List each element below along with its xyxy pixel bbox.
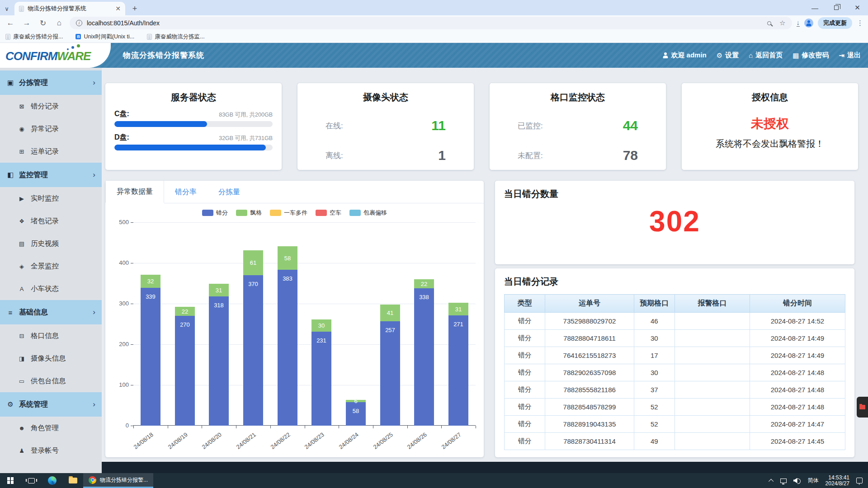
bar-segment-错分[interactable]: 270 (175, 316, 195, 426)
bar-segment-错分[interactable]: 318 (209, 296, 229, 426)
bar-segment-飘格[interactable]: 41 (380, 305, 400, 321)
browser-menu-icon[interactable]: ⋮ (857, 19, 863, 27)
legend-item-飘格[interactable]: 飘格 (236, 209, 262, 217)
bar-segment-飘格[interactable]: 22 (175, 307, 195, 316)
header-menu-logout[interactable]: ⇥退出 (839, 51, 861, 60)
bar-segment-错分[interactable]: 58 (346, 402, 366, 426)
bar-segment-飘格[interactable]: 61 (243, 250, 263, 275)
site-info-icon[interactable]: i (76, 20, 82, 26)
window-close-button[interactable]: ✕ (847, 0, 868, 15)
sidebar-group-系统管理[interactable]: ⚙系统管理› (0, 392, 102, 417)
tab-search-button[interactable]: ∨ (0, 2, 14, 15)
bar-segment-飘格[interactable]: 31 (209, 284, 229, 296)
reload-button[interactable]: ↻ (37, 19, 49, 28)
explorer-taskbar-button[interactable] (62, 473, 83, 488)
taskbar: 物流分拣错分报警... 简体 14:53:41 2024/8/27 (0, 473, 868, 488)
new-tab-button[interactable]: + (128, 2, 142, 15)
bookmark-star-icon[interactable]: ☆ (779, 19, 785, 27)
x-axis-label: 24/08/21 (235, 431, 257, 450)
clock[interactable]: 14:53:41 2024/8/27 (826, 475, 849, 487)
chart-tab-分拣量[interactable]: 分拣量 (208, 181, 251, 203)
sidebar-item-全景监控[interactable]: ◈全景监控 (0, 255, 102, 277)
play-circle-icon: ▶ (18, 195, 25, 202)
bar-segment-错分[interactable]: 257 (380, 321, 400, 426)
bar-segment-飘格[interactable]: 30 (311, 319, 331, 332)
bookmark-item[interactable]: 康奋威物流分拣监... (147, 33, 204, 41)
bar-segment-错分[interactable]: 339 (141, 288, 160, 426)
bar-segment-飘格[interactable]: 58 (278, 246, 297, 270)
bar-segment-飘格[interactable]: 22 (414, 279, 434, 288)
sidebar-item-供包台信息[interactable]: ▭供包台信息 (0, 370, 102, 392)
legend-item-空车[interactable]: 空车 (316, 209, 341, 217)
window-minimize-button[interactable]: — (804, 0, 826, 15)
sidebar-group-监控管理[interactable]: ◧监控管理› (0, 163, 102, 187)
y-axis-tick (131, 304, 133, 304)
table-row[interactable]: 错分78828730411314492024-08-27 14:45 (505, 433, 845, 450)
header-menu-keyboard[interactable]: ▦修改密码 (793, 51, 829, 60)
bar-segment-飘格[interactable]: 31 (448, 303, 468, 315)
bar-segment-错分[interactable]: 271 (448, 315, 468, 426)
downloads-icon[interactable]: ↓ (797, 20, 800, 27)
sidebar-item-错分记录[interactable]: ⊠错分记录 (0, 95, 102, 117)
window-restore-button[interactable] (826, 0, 847, 15)
legend-swatch (270, 210, 281, 216)
table-row[interactable]: 错分78828919043135522024-08-27 14:47 (505, 416, 845, 433)
volume-icon[interactable] (793, 478, 801, 483)
legend-item-一车多件[interactable]: 一车多件 (270, 209, 307, 217)
bookmark-item[interactable]: 康奋威分拣错分报... (5, 33, 63, 41)
header-menu-user[interactable]: 欢迎 admin (662, 51, 706, 60)
sidebar-item-堵包记录[interactable]: ❖堵包记录 (0, 210, 102, 232)
legend-item-错分[interactable]: 错分 (202, 209, 228, 217)
bar-segment-错分[interactable]: 383 (278, 270, 297, 426)
address-bar[interactable]: i localhost:8015/Auth/Index ☆ (70, 17, 792, 29)
sidebar-item-异常记录[interactable]: ◉异常记录 (0, 117, 102, 140)
sidebar-group-分拣管理[interactable]: ▣分拣管理› (0, 70, 102, 95)
language-indicator[interactable]: 简体 (808, 477, 819, 484)
table-row[interactable]: 错分78828804718611302024-08-27 14:49 (505, 330, 845, 347)
sidebar-item-label: 堵包记录 (31, 216, 59, 226)
table-row[interactable]: 错分78828548578299522024-08-27 14:48 (505, 399, 845, 416)
sidebar-item-历史视频[interactable]: ▤历史视频 (0, 232, 102, 255)
bar-segment-错分[interactable]: 231 (311, 332, 331, 426)
bar-segment-飘格[interactable]: 32 (141, 275, 160, 288)
sidebar-item-格口信息[interactable]: ⊟格口信息 (0, 324, 102, 347)
chrome-taskbar-button[interactable]: 物流分拣错分报警... (83, 473, 153, 488)
home-button[interactable]: ⌂ (53, 19, 65, 28)
home-icon: ⌂ (749, 52, 753, 59)
chart-tab-错分率[interactable]: 错分率 (164, 181, 208, 203)
back-button[interactable]: ← (5, 19, 16, 28)
sidebar-group-基础信息[interactable]: ≡基础信息› (0, 300, 102, 324)
bookmark-item[interactable]: Unix时间戳(Unix ti... (75, 33, 134, 41)
header-menu-home[interactable]: ⌂返回首页 (749, 51, 783, 60)
forward-button[interactable]: → (21, 19, 33, 28)
table-row[interactable]: 错分73529888029702462024-08-27 14:52 (505, 313, 845, 330)
red-folder-icon (859, 405, 865, 409)
legend-item-包裹偏移[interactable]: 包裹偏移 (349, 209, 387, 217)
profile-avatar[interactable] (804, 19, 813, 28)
table-row[interactable]: 错分78828555821186372024-08-27 14:48 (505, 381, 845, 399)
tray-expand-icon[interactable] (769, 479, 774, 483)
sidebar-item-登录帐号[interactable]: ♟登录帐号 (0, 439, 102, 462)
bar-segment-飘格[interactable]: 6 (346, 400, 366, 402)
tab-close-icon[interactable]: ✕ (115, 5, 121, 12)
sidebar-item-角色管理[interactable]: ☻角色管理 (0, 417, 102, 439)
table-row[interactable]: 错分78829026357098302024-08-27 14:48 (505, 364, 845, 381)
sidebar-item-运单记录[interactable]: ⊞运单记录 (0, 140, 102, 163)
floating-side-badge[interactable] (857, 397, 868, 418)
chart-tab-异常数据量[interactable]: 异常数据量 (105, 181, 164, 203)
zoom-icon[interactable] (767, 21, 771, 25)
table-row[interactable]: 错分76416215518273172024-08-27 14:49 (505, 347, 845, 364)
bar-segment-错分[interactable]: 338 (414, 288, 434, 426)
sidebar-item-实时监控[interactable]: ▶实时监控 (0, 187, 102, 210)
chrome-update-button[interactable]: 完成更新 (818, 17, 852, 29)
header-menu-gear[interactable]: ⚙设置 (717, 51, 739, 60)
sidebar-item-摄像头信息[interactable]: ◨摄像头信息 (0, 347, 102, 370)
network-icon[interactable] (780, 479, 787, 483)
notification-center-icon[interactable] (856, 478, 863, 483)
browser-tab[interactable]: 物流分拣错分报警系统 ✕ (14, 2, 125, 15)
start-button[interactable] (0, 473, 21, 488)
edge-taskbar-button[interactable] (42, 473, 62, 488)
bar-segment-错分[interactable]: 370 (243, 275, 263, 426)
sidebar-item-小车状态[interactable]: A小车状态 (0, 277, 102, 300)
task-view-button[interactable] (21, 473, 42, 488)
